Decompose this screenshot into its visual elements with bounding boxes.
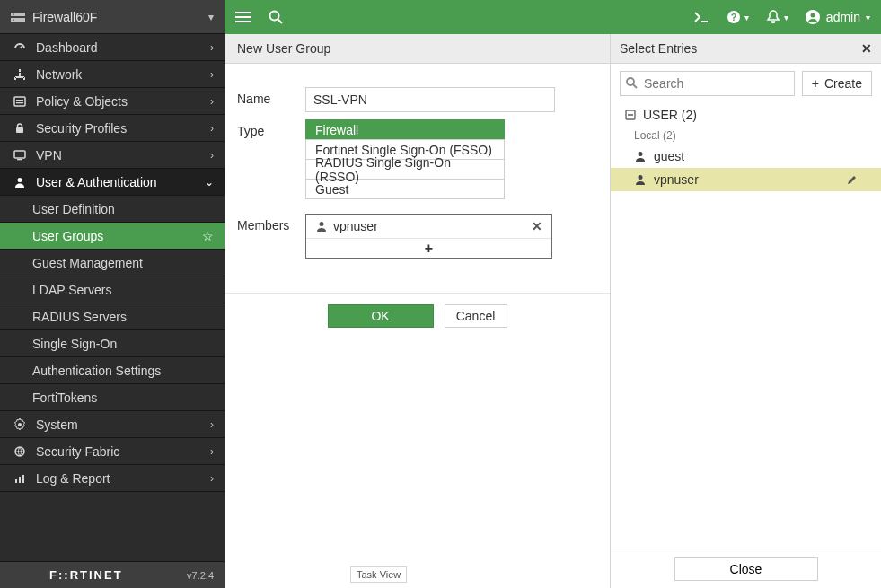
bell-icon[interactable]: ▾ (765, 9, 788, 25)
type-opt-rsso[interactable]: RADIUS Single Sign-On (RSSO) (305, 159, 505, 180)
select-entries-panel: Select Entries ✕ + Create USER (2) Local… (610, 34, 881, 588)
svg-rect-7 (16, 127, 23, 133)
svg-line-29 (633, 84, 637, 88)
user-icon (315, 220, 328, 233)
svg-point-33 (639, 175, 643, 180)
nav-label: Security Fabric (36, 444, 119, 459)
sub-fortitokens[interactable]: FortiTokens (0, 384, 225, 411)
sub-guest-management[interactable]: Guest Management (0, 250, 225, 276)
group-heading[interactable]: USER (2) (611, 103, 881, 127)
nav-security-fabric[interactable]: Security Fabric › (0, 438, 225, 465)
member-name: vpnuser (333, 219, 378, 233)
gear-icon (11, 417, 29, 432)
entry-label: guest (654, 149, 684, 163)
nav-log-report[interactable]: Log & Report › (0, 465, 225, 492)
topbar: ?▾ ▾ admin ▾ (225, 0, 881, 34)
nav-policy[interactable]: Policy & Objects › (0, 88, 225, 115)
svg-point-32 (639, 152, 643, 156)
nav-user-auth[interactable]: User & Authentication ⌄ (0, 169, 225, 196)
search-icon[interactable] (268, 9, 284, 25)
chevron-right-icon: › (210, 41, 214, 54)
name-input[interactable] (305, 87, 555, 112)
user-icon (634, 150, 647, 162)
sub-user-groups[interactable]: User Groups☆ (0, 223, 225, 250)
chevron-right-icon: › (210, 68, 214, 81)
chevron-right-icon: › (210, 122, 214, 135)
sub-label: FortiTokens (32, 391, 97, 405)
chart-icon (11, 471, 29, 486)
chevron-right-icon: › (210, 95, 214, 108)
device-name: Firewall60F (32, 10, 97, 24)
menu-icon[interactable] (235, 9, 251, 25)
sub-label: User Definition (32, 202, 115, 216)
network-icon (11, 67, 29, 82)
plus-icon: + (812, 76, 819, 91)
entry-guest[interactable]: guest (611, 145, 881, 168)
nav-label: Log & Report (36, 471, 110, 486)
sidebar-footer: F::RTINET v7.2.4 (0, 561, 225, 588)
sub-ldap-servers[interactable]: LDAP Servers (0, 276, 225, 303)
nav-security-profiles[interactable]: Security Profiles › (0, 115, 225, 142)
add-member-button[interactable]: + (306, 238, 551, 258)
svg-rect-18 (235, 16, 251, 18)
nav-label: Dashboard (36, 40, 98, 55)
svg-text:?: ? (730, 12, 736, 22)
close-icon[interactable]: ✕ (861, 41, 872, 56)
svg-rect-19 (235, 21, 251, 22)
fabric-icon (11, 444, 29, 459)
svg-rect-15 (22, 475, 24, 483)
nav-dashboard[interactable]: Dashboard › (0, 34, 225, 61)
svg-point-10 (18, 178, 22, 182)
type-options: Firewall Fortinet Single Sign-On (FSSO) … (305, 119, 505, 199)
svg-rect-5 (16, 100, 23, 101)
cli-icon[interactable] (693, 11, 709, 23)
star-icon[interactable]: ☆ (202, 229, 214, 243)
nav-label: Security Profiles (36, 121, 127, 136)
nav-vpn[interactable]: VPN › (0, 142, 225, 169)
svg-rect-17 (235, 12, 251, 13)
svg-rect-8 (14, 151, 25, 158)
type-label: Type (237, 119, 305, 138)
sub-single-sign-on[interactable]: Single Sign-On (0, 330, 225, 357)
cancel-button[interactable]: Cancel (445, 304, 507, 328)
entry-vpnuser[interactable]: vpnuser (611, 168, 881, 191)
edit-icon[interactable] (846, 174, 858, 186)
nav-network[interactable]: Network › (0, 61, 225, 88)
svg-rect-9 (17, 159, 22, 160)
svg-rect-3 (13, 19, 14, 21)
device-selector[interactable]: Firewall60F ▾ (0, 0, 225, 34)
brand-logo: F::RTINET (11, 569, 187, 582)
panel-title: Select Entries (620, 41, 697, 56)
svg-rect-14 (19, 477, 21, 483)
close-button[interactable]: Close (674, 557, 818, 581)
chevron-right-icon: › (210, 149, 214, 162)
nav: Dashboard › Network › Policy & Objects ›… (0, 34, 225, 561)
main-form: Name Type Firewall Fortinet Single Sign-… (225, 64, 610, 561)
sub-user-definition[interactable]: User Definition (0, 196, 225, 223)
svg-rect-4 (14, 97, 25, 106)
svg-rect-6 (16, 102, 23, 103)
chevron-right-icon: › (210, 472, 214, 485)
nav-system[interactable]: System › (0, 411, 225, 438)
version-label: v7.2.4 (187, 570, 214, 581)
task-view-tab[interactable]: Task View (350, 566, 407, 583)
search-input[interactable] (620, 71, 795, 96)
svg-line-21 (278, 20, 283, 24)
create-button[interactable]: + Create (802, 71, 872, 96)
type-opt-firewall[interactable]: Firewall (305, 119, 505, 140)
type-opt-label: Firewall (315, 123, 358, 137)
sub-label: RADIUS Servers (32, 310, 127, 324)
panel-header: Select Entries ✕ (611, 34, 881, 64)
ok-button[interactable]: OK (328, 304, 434, 328)
sub-auth-settings[interactable]: Authentication Settings (0, 357, 225, 384)
search-icon (625, 76, 638, 89)
monitor-icon (11, 148, 29, 162)
device-icon (11, 11, 25, 23)
type-opt-label: Guest (315, 182, 348, 197)
remove-member-icon[interactable]: ✕ (532, 219, 542, 233)
svg-point-28 (627, 78, 634, 85)
svg-point-26 (810, 13, 815, 18)
help-icon[interactable]: ?▾ (726, 9, 749, 25)
admin-menu[interactable]: admin ▾ (805, 9, 870, 25)
sub-radius-servers[interactable]: RADIUS Servers (0, 303, 225, 330)
